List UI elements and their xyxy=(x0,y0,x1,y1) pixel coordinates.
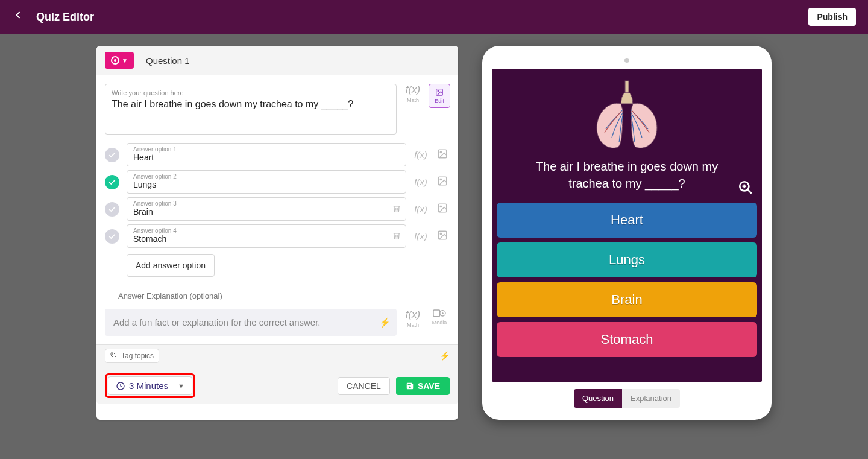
lungs-image xyxy=(588,80,666,152)
svg-point-7 xyxy=(440,206,441,207)
fx-icon[interactable]: f(x) xyxy=(414,150,428,160)
bolt-icon[interactable]: ⚡ xyxy=(379,317,391,328)
question-text: The air I breathe in goes down my trache… xyxy=(112,99,390,110)
bolt-icon[interactable]: ⚡ xyxy=(439,351,450,361)
card-footer: 3 Minutes ▼ CANCEL SAVE xyxy=(96,367,458,404)
mark-correct-toggle[interactable] xyxy=(105,202,119,217)
save-label: SAVE xyxy=(418,381,440,391)
header-left: Quiz Editor xyxy=(12,9,94,25)
math-label: Math xyxy=(407,322,419,328)
answer-input[interactable]: Answer option 3 Brain xyxy=(127,197,406,221)
preview-area: The air I breathe in goes down my trache… xyxy=(492,69,762,382)
fx-icon[interactable]: f(x) xyxy=(414,231,428,241)
answer-row: Answer option 4 Stomach f(x) xyxy=(105,224,450,248)
tablet-camera-dot xyxy=(624,58,629,63)
explanation-heading: Answer Explanation (optional) xyxy=(118,291,222,300)
math-tool[interactable]: f(x) Math xyxy=(406,309,421,328)
answer-list: Answer option 1 Heart f(x) Answer option… xyxy=(105,143,450,248)
preview-answer[interactable]: Heart xyxy=(497,203,757,238)
mark-correct-toggle[interactable] xyxy=(105,229,119,244)
delete-icon[interactable] xyxy=(392,204,401,214)
tag-topics-button[interactable]: Tag topics xyxy=(105,349,159,363)
tag-topics-label: Tag topics xyxy=(121,352,154,360)
media-icon xyxy=(432,309,447,318)
image-icon[interactable] xyxy=(435,230,450,243)
svg-point-13 xyxy=(112,354,113,355)
answer-input[interactable]: Answer option 2 Lungs xyxy=(127,170,406,194)
fx-icon[interactable]: f(x) xyxy=(414,204,428,214)
tag-icon xyxy=(110,352,118,359)
svg-marker-12 xyxy=(442,312,444,314)
preview-answer-list: Heart Lungs Brain Stomach xyxy=(494,203,760,361)
app-header: Quiz Editor Publish xyxy=(0,0,868,34)
question-editor-card: ▼ Question 1 Write your question here Th… xyxy=(96,46,458,420)
save-button[interactable]: SAVE xyxy=(396,377,450,395)
svg-rect-15 xyxy=(625,81,629,93)
answer-row: Answer option 1 Heart f(x) xyxy=(105,143,450,166)
answer-value: Heart xyxy=(133,153,388,162)
svg-point-1 xyxy=(438,90,439,92)
answer-value: Brain xyxy=(133,207,388,217)
save-icon xyxy=(406,382,414,390)
explanation-input[interactable]: Add a fun fact or explanation for the co… xyxy=(105,309,397,336)
tag-topics-row: Tag topics ⚡ xyxy=(96,344,458,367)
edit-media-button[interactable]: Edit xyxy=(429,84,450,108)
svg-line-17 xyxy=(747,189,752,194)
page-title: Quiz Editor xyxy=(36,11,94,24)
answer-row: Answer option 3 Brain f(x) xyxy=(105,197,450,221)
zoom-icon[interactable] xyxy=(738,180,753,198)
add-answer-option-button[interactable]: Add answer option xyxy=(127,254,215,277)
caret-down-icon: ▼ xyxy=(122,57,128,64)
explanation-divider: Answer Explanation (optional) xyxy=(105,291,450,300)
svg-point-3 xyxy=(440,151,441,153)
time-label: 3 Minutes xyxy=(129,381,168,391)
math-label: Math xyxy=(407,97,419,103)
answer-placeholder: Answer option 4 xyxy=(133,227,388,234)
card-header: ▼ Question 1 xyxy=(96,46,458,75)
preview-question-text: The air I breathe in goes down my trache… xyxy=(500,158,753,192)
explanation-placeholder: Add a fun fact or explanation for the co… xyxy=(113,317,321,328)
image-icon[interactable] xyxy=(435,148,450,162)
question-number-label: Question 1 xyxy=(146,55,190,66)
answer-placeholder: Answer option 3 xyxy=(133,200,388,207)
mark-correct-toggle[interactable] xyxy=(105,148,119,162)
time-limit-dropdown[interactable]: 3 Minutes ▼ xyxy=(108,376,192,395)
media-label: Media xyxy=(432,320,447,326)
answer-input[interactable]: Answer option 4 Stomach xyxy=(127,224,406,248)
caret-down-icon: ▼ xyxy=(178,382,184,390)
image-icon[interactable] xyxy=(435,203,450,216)
preview-tablet: The air I breathe in goes down my trache… xyxy=(482,46,772,420)
publish-button[interactable]: Publish xyxy=(808,8,856,26)
edit-label: Edit xyxy=(435,98,444,104)
preview-answer[interactable]: Stomach xyxy=(497,322,757,357)
cancel-button[interactable]: CANCEL xyxy=(338,377,390,395)
image-icon xyxy=(434,88,445,97)
fx-icon: f(x) xyxy=(406,84,421,96)
clock-icon xyxy=(116,381,125,391)
fx-icon[interactable]: f(x) xyxy=(414,177,428,187)
question-input[interactable]: Write your question here The air I breat… xyxy=(105,84,397,135)
tab-question[interactable]: Question xyxy=(574,389,622,408)
media-tool[interactable]: Media xyxy=(432,309,447,326)
svg-point-5 xyxy=(440,179,441,180)
question-type-dropdown[interactable]: ▼ xyxy=(105,52,134,69)
delete-icon[interactable] xyxy=(392,231,401,241)
radio-icon xyxy=(111,56,119,65)
answer-value: Lungs xyxy=(133,180,388,189)
preview-answer[interactable]: Lungs xyxy=(497,242,757,277)
svg-point-9 xyxy=(440,233,441,234)
time-highlight: 3 Minutes ▼ xyxy=(105,373,195,398)
tab-explanation[interactable]: Explanation xyxy=(622,389,680,408)
question-placeholder: Write your question here xyxy=(112,89,390,97)
svg-rect-10 xyxy=(433,310,440,317)
back-icon[interactable] xyxy=(12,9,24,25)
answer-input[interactable]: Answer option 1 Heart xyxy=(127,143,406,166)
answer-row: Answer option 2 Lungs f(x) xyxy=(105,170,450,194)
preview-answer[interactable]: Brain xyxy=(497,282,757,317)
answer-value: Stomach xyxy=(133,234,388,244)
math-tool[interactable]: f(x) Math xyxy=(406,84,421,103)
image-icon[interactable] xyxy=(435,176,450,189)
answer-placeholder: Answer option 1 xyxy=(133,146,388,153)
mark-correct-toggle[interactable] xyxy=(105,175,119,189)
fx-icon: f(x) xyxy=(406,309,421,321)
